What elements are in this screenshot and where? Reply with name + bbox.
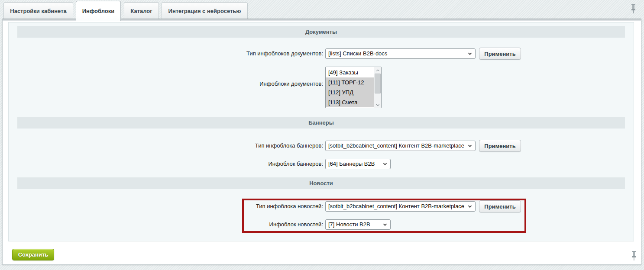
scrollbar-thumb[interactable] [375,74,381,93]
tab-neural-integration[interactable]: Интеграция с нейросетью [162,2,248,19]
pin-icon[interactable] [631,3,636,14]
section-title: Баннеры [308,119,334,126]
listbox-scrollbar[interactable] [374,67,381,108]
listbox-option[interactable]: [113] Счета [326,97,374,107]
section-header-documents: Документы [17,26,625,38]
button-label: Применить [484,51,515,57]
save-button[interactable]: Сохранить [12,249,54,260]
form-content-area: Документы Тип инфоблоков документов: [li… [8,22,634,241]
label-banner-iblock: Инфоблок баннеров: [9,161,323,167]
tab-content-panel: Документы Тип инфоблоков документов: [li… [2,19,641,265]
select-value: [7] Новости B2B [328,221,370,228]
listbox-option[interactable]: [49] Заказы [326,68,374,77]
pin-icon[interactable] [631,251,637,261]
button-label: Применить [484,203,515,210]
chevron-down-icon [468,144,472,147]
select-banner-iblock[interactable]: [64] Баннеры B2B [325,159,391,169]
label-news-type: Тип инфоблока новостей: [9,203,323,210]
select-news-iblock[interactable]: [7] Новости B2B [325,219,391,230]
chevron-down-icon [383,162,387,165]
label-banner-type: Тип инфоблока баннеров: [9,142,323,149]
tab-cabinet-settings[interactable]: Настройки кабинета [3,2,73,19]
apply-doc-type-button[interactable]: Применить [479,48,521,60]
chevron-down-icon [383,222,387,226]
select-value: [sotbit_b2bcabinet_content] Контент B2B-… [328,203,464,209]
tab-label: Инфоблоки [82,8,115,14]
select-news-type[interactable]: [sotbit_b2bcabinet_content] Контент B2B-… [325,201,476,212]
apply-news-type-button[interactable]: Применить [479,200,521,212]
doc-iblocks-multiselect[interactable]: [49] Заказы [111] ТОРГ-12 [112] УПД [113… [325,67,382,108]
listbox-options: [49] Заказы [111] ТОРГ-12 [112] УПД [113… [326,68,374,108]
chevron-down-icon [468,204,472,208]
label-news-iblock: Инфоблок новостей: [9,221,323,228]
tab-label: Интеграция с нейросетью [168,8,241,14]
select-value: [64] Баннеры B2B [328,161,375,167]
section-title: Новости [309,180,333,186]
tab-infoblocks[interactable]: Инфоблоки [76,1,121,21]
select-value: [lists] Списки B2B-docs [328,50,387,57]
apply-banner-type-button[interactable]: Применить [479,140,521,152]
button-label: Применить [484,143,515,149]
listbox-option[interactable]: [111] ТОРГ-12 [326,77,374,87]
scroll-down-icon[interactable] [374,101,381,108]
label-doc-type: Тип инфоблоков документов: [9,50,323,57]
page: Настройки кабинета Инфоблоки Каталог Инт… [0,0,644,270]
select-banner-type[interactable]: [sotbit_b2bcabinet_content] Контент B2B-… [325,141,476,151]
listbox-option[interactable]: [112] УПД [326,87,374,97]
tab-label: Каталог [130,8,152,14]
button-label: Сохранить [18,251,49,258]
tab-catalog[interactable]: Каталог [124,2,159,19]
chevron-down-icon [468,51,472,55]
select-doc-type[interactable]: [lists] Списки B2B-docs [325,48,476,59]
scroll-up-icon[interactable] [374,67,381,74]
label-doc-iblocks: Инфоблоки документов: [9,80,323,87]
section-header-news: Новости [17,177,625,189]
section-header-banners: Баннеры [17,117,625,129]
section-title: Документы [305,29,337,35]
select-value: [sotbit_b2bcabinet_content] Контент B2B-… [328,142,464,149]
tab-label: Настройки кабинета [10,8,66,14]
